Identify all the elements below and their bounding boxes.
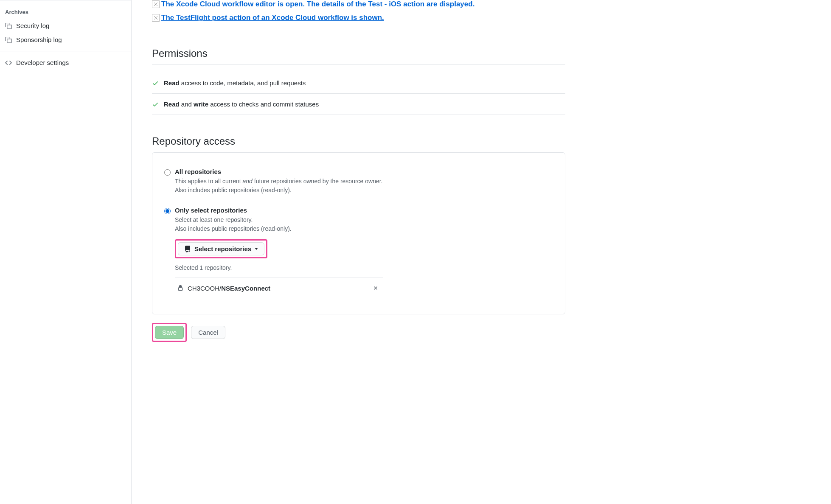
sidebar-item-sponsorship-log[interactable]: Sponsorship log — [0, 33, 131, 47]
sidebar-divider — [0, 51, 131, 51]
chevron-down-icon — [255, 248, 258, 250]
radio-label-select[interactable]: Only select repositories — [175, 207, 247, 214]
top-link-1[interactable]: The Xcode Cloud workflow editor is open.… — [161, 0, 474, 8]
sidebar-item-label: Sponsorship log — [16, 36, 62, 43]
highlight-select-repos: Select repositories — [175, 239, 267, 258]
select-repos-label: Select repositories — [194, 245, 251, 252]
repo-icon — [184, 246, 191, 252]
selected-repo-row: CH3COOH/NSEasyConnect — [175, 277, 383, 299]
highlight-save: Save — [152, 323, 187, 342]
sidebar-item-security-log[interactable]: Security log — [0, 19, 131, 33]
lock-icon — [177, 285, 183, 291]
repo-access-box: All repositories This applies to all cur… — [152, 152, 565, 314]
broken-image-icon — [152, 14, 160, 22]
code-icon — [5, 59, 12, 66]
permission-row-readwrite: Read and write access to checks and comm… — [152, 94, 565, 115]
radio-desc-all: This applies to all current and future r… — [175, 177, 553, 195]
cancel-button[interactable]: Cancel — [191, 326, 225, 339]
radio-all-repos[interactable] — [164, 169, 171, 176]
top-link-2[interactable]: The TestFlight post action of an Xcode C… — [161, 14, 384, 22]
sidebar: Archives Security log Sponsorship log De… — [0, 0, 132, 504]
radio-option-select-repos: Only select repositories Select at least… — [164, 207, 553, 299]
sidebar-section-archives: Archives — [0, 9, 131, 19]
permissions-heading: Permissions — [152, 48, 565, 59]
action-row: Save Cancel — [152, 323, 565, 342]
radio-desc-select: Select at least one repository. Also inc… — [175, 216, 553, 233]
check-icon — [152, 101, 159, 108]
remove-repo-button[interactable] — [371, 283, 380, 293]
repo-access-heading: Repository access — [152, 135, 565, 147]
sidebar-item-label: Developer settings — [16, 59, 69, 66]
permission-text: Read access to code, metadata, and pull … — [164, 79, 306, 87]
selected-count-text: Selected 1 repository. — [175, 264, 553, 271]
check-icon — [152, 80, 159, 87]
radio-option-all-repos: All repositories This applies to all cur… — [164, 168, 553, 195]
radio-select-repos[interactable] — [164, 208, 171, 214]
top-link-row: The TestFlight post action of an Xcode C… — [152, 14, 565, 22]
permission-text: Read and write access to checks and comm… — [164, 101, 319, 108]
top-link-row: The Xcode Cloud workflow editor is open.… — [152, 0, 565, 8]
permission-row-read: Read access to code, metadata, and pull … — [152, 73, 565, 94]
selected-repo-list: CH3COOH/NSEasyConnect — [175, 277, 553, 299]
sidebar-item-developer-settings[interactable]: Developer settings — [0, 56, 131, 70]
log-icon — [5, 22, 12, 29]
radio-label-all[interactable]: All repositories — [175, 168, 221, 175]
main-content: The Xcode Cloud workflow editor is open.… — [132, 0, 586, 504]
select-repositories-button[interactable]: Select repositories — [178, 242, 264, 255]
broken-image-icon — [152, 0, 160, 8]
selected-repo-path: CH3COOH/NSEasyConnect — [188, 285, 371, 292]
sidebar-item-label: Security log — [16, 22, 49, 29]
save-button[interactable]: Save — [155, 326, 184, 339]
log-icon — [5, 36, 12, 43]
